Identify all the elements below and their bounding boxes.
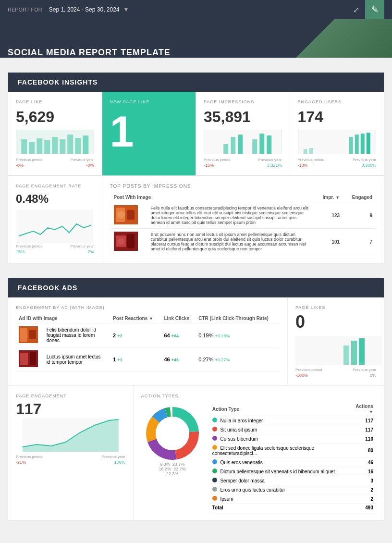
- year-label: Previous year: [71, 158, 94, 162]
- action-label: Ipsum: [220, 496, 233, 502]
- post-text-1: Felis nulla elit faucibus consecteturadi…: [147, 202, 315, 229]
- action-label: Eros urna quis luctus curabitur: [220, 487, 285, 493]
- facebook-insights-label: FACEBOOK INSIGHTS: [18, 78, 98, 86]
- svg-rect-19: [309, 148, 313, 154]
- action-value: 80: [348, 444, 376, 458]
- facebook-insights-header: FACEBOOK INSIGHTS: [8, 73, 384, 92]
- svg-rect-9: [83, 136, 88, 154]
- engaged-users-value: 174: [298, 108, 377, 126]
- top-bar-right: ⤢ ✎: [351, 0, 384, 19]
- facebook-ads-section: FACEBOOK ADS ENGAGEMENT BY AD (WITH IMAG…: [8, 278, 384, 520]
- new-page-like-card: NEW PAGE LIKE 1: [102, 92, 196, 175]
- page-likes-sidebar: PAGE LIKES 0 Previous period Previous ye…: [288, 297, 384, 385]
- action-value: 117: [348, 425, 376, 434]
- color-indicator: [212, 496, 217, 501]
- col-clicks: Link Clicks: [161, 314, 196, 323]
- col-ad: Ad ID with image: [16, 314, 110, 323]
- ads-table: Ad ID with image Post Reactions ▼ Link C…: [16, 314, 280, 371]
- edit-button[interactable]: ✎: [365, 0, 384, 19]
- period-change: 15%: [16, 249, 24, 254]
- post-engaged-1: 9: [343, 202, 376, 229]
- col-actions[interactable]: Actions ▼: [348, 402, 376, 416]
- top-posts-title: TOP POSTS BY IMPRESSIONS: [110, 184, 377, 189]
- table-row: Quis eros venenatis 46: [209, 458, 376, 467]
- new-page-like-label: NEW PAGE LIKE: [110, 99, 188, 104]
- action-label: Dictum pellentesque sit venenatis id bib…: [220, 469, 334, 474]
- period-change: -15%: [204, 163, 214, 168]
- svg-rect-40: [343, 346, 349, 365]
- svg-rect-5: [52, 137, 58, 154]
- color-indicator: [212, 478, 217, 482]
- svg-rect-7: [67, 135, 73, 154]
- facebook-ads-header: FACEBOOK ADS: [8, 278, 384, 297]
- ad-ctr-2: 0.27% +0.27%: [196, 347, 280, 371]
- page-likes-changes: -100% 0%: [295, 373, 376, 378]
- post-impr-1: 123: [315, 202, 343, 229]
- post-image-1: [114, 205, 138, 224]
- col-impr[interactable]: Impr. ▼: [315, 193, 343, 202]
- action-label: Cursus bibendum: [220, 436, 257, 442]
- page-engagement-card: PAGE ENGAGEMENT 117 Previous period Prev…: [8, 386, 134, 520]
- table-row: Erat posuere nunc non amet lectus sit ip…: [110, 229, 377, 255]
- total-label: Total: [209, 504, 348, 512]
- actions-table: Action Type Actions ▼ Nulla in eros inte…: [209, 402, 376, 512]
- svg-rect-2: [29, 142, 35, 154]
- dropdown-arrow-icon[interactable]: ▼: [123, 6, 129, 13]
- svg-rect-12: [231, 137, 235, 154]
- table-row: Eros urna quis luctus curabitur 2: [209, 485, 376, 494]
- facebook-ads-label: FACEBOOK ADS: [18, 284, 77, 292]
- page-like-chart-labels: Previous period Previous year: [16, 158, 94, 162]
- page-like-label: PAGE LIKE: [16, 99, 94, 104]
- ads-top-row: ENGAGEMENT BY AD (WITH IMAGE) Ad ID with…: [8, 297, 384, 385]
- svg-rect-38: [30, 352, 36, 365]
- table-row: Dictum pellentesque sit venenatis id bib…: [209, 467, 376, 476]
- engagement-rate-chart: [16, 210, 94, 243]
- ad-reactions-1: 2 +2: [110, 323, 161, 347]
- total-value: 493: [348, 504, 376, 512]
- insights-bottom-row: PAGE ENGAGEMENT RATE 0.48% Previous peri…: [8, 176, 384, 263]
- year-label: Previous year: [102, 455, 125, 459]
- post-thumbnail-1: [110, 202, 147, 229]
- svg-rect-11: [223, 144, 228, 154]
- ad-clicks-1: 64 +64: [161, 323, 196, 347]
- color-indicator: [212, 436, 217, 441]
- ad-name-1: Felis bibendum dolor idfeugiat massa id …: [44, 323, 110, 347]
- action-label: Quis eros venenatis: [220, 460, 262, 465]
- page-engagement-rate-card: PAGE ENGAGEMENT RATE 0.48% Previous peri…: [8, 176, 102, 263]
- action-label: Sit urna sit ipsum: [220, 427, 257, 432]
- title-bar: SOCIAL MEDIA REPORT TEMPLATE: [0, 19, 392, 58]
- col-post: Post With Image: [110, 193, 315, 202]
- page-impressions-value: 35,891: [204, 108, 282, 126]
- col-reactions[interactable]: Post Reactions ▼: [110, 314, 161, 323]
- report-date: Sep 1, 2024 - Sep 30, 2024: [49, 6, 120, 13]
- svg-point-28: [117, 211, 125, 219]
- svg-rect-16: [267, 136, 271, 154]
- top-metrics-grid: PAGE LIKE 5,629: [8, 92, 384, 176]
- page-engagement-changes: -21% 100%: [16, 460, 125, 465]
- engagement-by-ad: ENGAGEMENT BY AD (WITH IMAGE) Ad ID with…: [8, 297, 288, 385]
- ad-thumb-2: [16, 347, 44, 371]
- engaged-users-card: ENGAGED USERS 174 Previous period: [290, 92, 384, 175]
- year-change: 2%: [87, 249, 94, 254]
- year-label: Previous year: [353, 368, 376, 372]
- ad-name-2: Luctus ipsum amet lectusid tempor tempor: [44, 347, 110, 371]
- action-type-label: Semper dolor massa: [209, 476, 348, 485]
- total-row: Total 493: [209, 504, 376, 512]
- col-action-type: Action Type: [209, 402, 348, 416]
- action-label: Elit sed donec ligula scelerisque sceler…: [212, 445, 314, 456]
- svg-rect-31: [127, 234, 135, 248]
- share-button[interactable]: ⤢: [351, 3, 361, 16]
- engaged-users-label: ENGAGED USERS: [298, 99, 377, 104]
- table-row: Cursus bibendum 110: [209, 434, 376, 444]
- page-like-chart: [16, 130, 94, 154]
- page-impressions-chart: [204, 130, 282, 154]
- svg-rect-37: [20, 353, 28, 365]
- period-label: Previous period: [16, 455, 43, 459]
- table-row: Ipsum 2: [209, 494, 376, 504]
- ad-reactions-2: 1 +1: [110, 347, 161, 371]
- facebook-insights-section: FACEBOOK INSIGHTS PAGE LIKE 5,629: [8, 72, 384, 263]
- page-title: SOCIAL MEDIA REPORT TEMPLATE: [8, 48, 171, 58]
- svg-rect-21: [355, 135, 358, 154]
- table-row: Nulla in eros integer 117: [209, 416, 376, 425]
- new-page-like-value: 1: [110, 108, 188, 156]
